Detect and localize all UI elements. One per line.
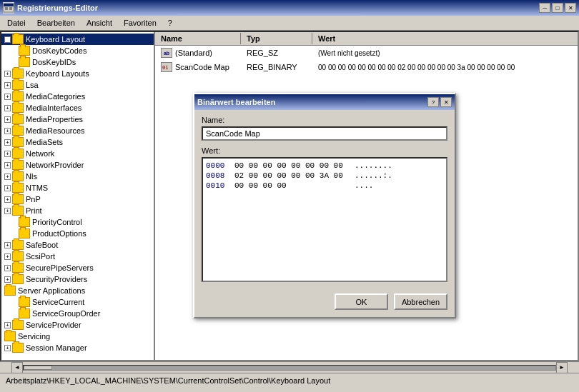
modal-overlay: Binärwert bearbeiten ? ✕ Name: Wert: 000…: [0, 0, 579, 392]
name-input[interactable]: [202, 126, 447, 141]
hex-line: 0010 00 00 00 00 ....: [206, 181, 443, 190]
ok-button[interactable]: OK: [335, 293, 388, 310]
modal-title-bar: Binärwert bearbeiten ? ✕: [194, 94, 455, 110]
modal-close-btn[interactable]: ✕: [440, 97, 452, 107]
hex-bytes-1: 02 00 00 00 00 00 3A 00: [234, 171, 349, 180]
hex-editor[interactable]: 0000 00 00 00 00 00 00 00 00 ........ 00…: [202, 157, 447, 282]
hex-line: 0000 00 00 00 00 00 00 00 00 ........: [206, 161, 443, 170]
modal-buttons: OK Abbrechen: [194, 288, 455, 317]
hex-addr-2: 0010: [206, 181, 232, 190]
modal-dialog: Binärwert bearbeiten ? ✕ Name: Wert: 000…: [193, 93, 456, 318]
name-label: Name:: [202, 116, 447, 124]
modal-body: Name: Wert: 0000 00 00 00 00 00 00 00 00…: [194, 110, 455, 288]
cancel-button[interactable]: Abbrechen: [394, 293, 447, 310]
hex-addr-1: 0008: [206, 171, 232, 180]
hex-line: 0008 02 00 00 00 00 00 3A 00 ......:.: [206, 171, 443, 180]
hex-addr-0: 0000: [206, 161, 232, 170]
hex-bytes-2: 00 00 00 00: [234, 181, 349, 190]
wert-label: Wert:: [202, 146, 447, 155]
hex-ascii-0: ........: [355, 161, 392, 170]
modal-title: Binärwert bearbeiten: [197, 98, 427, 106]
hex-ascii-1: ......:.: [355, 171, 392, 180]
hex-bytes-0: 00 00 00 00 00 00 00 00: [234, 161, 349, 170]
modal-help-btn[interactable]: ?: [427, 97, 439, 107]
hex-ascii-2: ....: [355, 181, 373, 190]
